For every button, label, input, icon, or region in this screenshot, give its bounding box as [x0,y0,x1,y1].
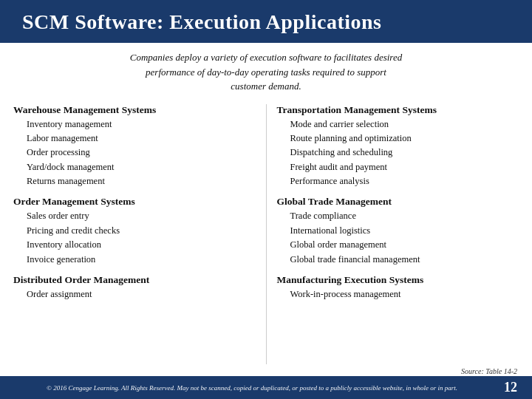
list-item: Global order management [290,238,519,252]
mes-list: Work-in-process management [277,287,519,301]
tms-heading: Transportation Management Systems [277,104,519,116]
list-item: Dispatching and scheduling [290,146,519,160]
gtm-list: Trade compliance International logistics… [277,209,519,267]
list-item: Order assignment [27,287,256,301]
mes-heading: Manufacturing Execution Systems [277,274,519,286]
list-item: Returns management [27,174,256,188]
list-item: Freight audit and payment [290,160,519,174]
page-number: 12 [497,380,517,395]
page-title: SCM Software: Execution Applications [22,10,382,33]
list-item: Mode and carrier selection [290,117,519,132]
right-column: Transportation Management Systems Mode a… [277,104,519,365]
bottom-bar: © 2016 Cengage Learning. All Rights Rese… [0,376,532,399]
oms-list: Sales order entry Pricing and credit che… [13,209,256,267]
title-normal: Execution Applications [164,10,382,33]
wms-list: Inventory management Labor management Or… [13,117,256,189]
list-item: Performance analysis [290,174,519,188]
list-item: Order processing [27,146,256,160]
list-item: Invoice generation [27,253,256,267]
list-item: International logistics [290,224,519,238]
title-bold: SCM Software: [22,10,164,33]
list-item: Route planning and optimization [290,132,519,146]
list-item: Work-in-process management [290,287,519,301]
subtitle: Companies deploy a variety of execution … [0,43,532,100]
oms-heading: Order Management Systems [13,196,256,208]
wms-heading: Warehouse Management Systems [13,104,256,116]
list-item: Trade compliance [290,209,519,223]
list-item: Global trade financial management [290,253,519,267]
list-item: Pricing and credit checks [27,224,256,238]
column-divider [266,104,267,365]
list-item: Inventory management [27,117,256,132]
main-content: Warehouse Management Systems Inventory m… [0,100,532,366]
source-footer: Source: Table 14-2 [0,366,532,376]
dom-list: Order assignment [13,287,256,301]
list-item: Yard/dock management [27,160,256,174]
page: SCM Software: Execution Applications Com… [0,0,532,399]
left-column: Warehouse Management Systems Inventory m… [13,104,256,365]
tms-list: Mode and carrier selection Route plannin… [277,117,519,189]
header: SCM Software: Execution Applications [0,0,532,43]
list-item: Inventory allocation [27,238,256,252]
source-text: Source: Table 14-2 [461,367,517,375]
list-item: Labor management [27,132,256,146]
list-item: Sales order entry [27,209,256,223]
dom-heading: Distributed Order Management [13,274,256,286]
gtm-heading: Global Trade Management [277,196,519,208]
copyright-text: © 2016 Cengage Learning. All Rights Rese… [15,384,489,392]
subtitle-text: Companies deploy a variety of execution … [130,52,402,92]
